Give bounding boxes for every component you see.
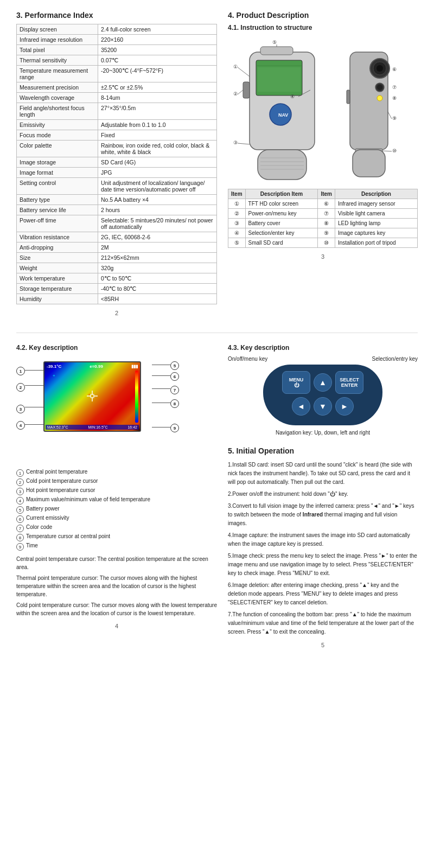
perf-value: -20~300℃ (-4°F~572°F)	[98, 66, 217, 82]
svg-text:⑤: ⑤	[272, 40, 277, 45]
svg-text:⑧: ⑧	[392, 95, 397, 101]
annotation-number: 8	[16, 534, 24, 541]
operation-step: 7.The function of concealing the bottom …	[228, 610, 418, 636]
desc-cell: Selection/enter key	[245, 228, 318, 238]
key-labels: On/off/menu key Selection/entry key	[228, 356, 418, 362]
perf-value: 220×160	[98, 35, 217, 45]
perf-label: Size	[17, 253, 98, 263]
perf-label: Weight	[17, 263, 98, 273]
key-description-43-section: 4.3. Key description On/off/menu key Sel…	[228, 344, 418, 648]
perf-value: 0℃ to 50℃	[98, 273, 217, 284]
svg-line-35	[388, 112, 392, 119]
ann-5: 5	[170, 361, 179, 370]
perf-label: Humidity	[17, 294, 98, 304]
perf-label: Color palette	[17, 141, 98, 157]
perf-value: <85RH	[98, 294, 217, 304]
svg-text:④: ④	[290, 94, 295, 99]
operation-step: 1.Install SD card: insert SD card until …	[228, 461, 418, 487]
annotation-number: 1	[16, 469, 24, 477]
section4-title: 4. Product Description	[228, 11, 418, 20]
cursor-description: Central point temperature cursor: The ce…	[16, 555, 217, 571]
ann-6: 6	[170, 372, 179, 381]
bottom-section: 4.2. Key description -39.1°C e=0.99 ▮▮▮	[16, 344, 418, 648]
menu-key[interactable]: MENU⏻	[282, 371, 310, 394]
perf-label: Display screen	[17, 24, 98, 35]
svg-rect-33	[347, 90, 350, 104]
description-table: Item Description Item Item Description ①…	[228, 189, 418, 248]
selection-label: Selection/entry key	[372, 356, 418, 362]
desc-cell: ⑨	[318, 228, 335, 238]
device-front-diagram: ① ② ③ ④ ⑤	[228, 36, 334, 182]
annotation-item: 5Battery power	[16, 506, 217, 514]
annotation-item: 6Current emissivity	[16, 515, 217, 523]
annotation-number: 3	[16, 488, 24, 495]
operation-step: 3.Convert to full vision image by the in…	[228, 502, 418, 528]
svg-text:NAV: NAV	[278, 112, 288, 118]
annotation-text: Hot point temperature cursor	[26, 487, 95, 495]
cursor-description: Thermal point temperature cursor: The cu…	[16, 574, 217, 598]
annotation-item: 4Maximum value/minimum value of field te…	[16, 496, 217, 505]
perf-value: JPG	[98, 168, 217, 178]
screen-emissivity: e=0.99	[90, 364, 103, 369]
svg-text:③: ③	[233, 140, 238, 145]
performance-index-section: 3. Performance Index Display screen2.4 f…	[16, 11, 217, 316]
on-off-label: On/off/menu key	[228, 356, 267, 362]
perf-value: 212×95×62mm	[98, 253, 217, 263]
perf-value: SD Card (4G)	[98, 157, 217, 168]
desc-cell: ④	[228, 228, 246, 238]
desc-cell: ⑥	[318, 199, 335, 209]
annotation-number: 9	[16, 543, 24, 551]
navigation-label: Navigation key: Up, down, left and right	[228, 430, 418, 436]
annotation-item: 9Time	[16, 542, 217, 551]
annotation-number: 4	[16, 497, 24, 505]
ann-7: 7	[170, 386, 179, 394]
screen-time: 16:42	[127, 425, 137, 429]
desc-cell: Battery cover	[245, 219, 318, 228]
key-diagram-area: On/off/menu key Selection/entry key MENU…	[228, 356, 418, 436]
svg-point-29	[377, 95, 382, 101]
annotation-legend: 1Central point temperature2Cold point te…	[16, 469, 217, 551]
left-key[interactable]: ◄	[292, 397, 310, 416]
page: 3. Performance Index Display screen2.4 f…	[0, 0, 434, 659]
perf-value: 0.07℃	[98, 55, 217, 66]
annotation-text: Battery power	[26, 506, 60, 514]
svg-text:⑦: ⑦	[392, 85, 397, 90]
perf-value: Adjustable from 0.1 to 1.0	[98, 120, 217, 130]
perf-label: Emissivity	[17, 120, 98, 130]
right-key[interactable]: ►	[335, 397, 354, 416]
select-enter-key[interactable]: SELECTENTER	[335, 371, 363, 394]
perf-label: Anti-dropping	[17, 242, 98, 253]
page-num-3: 3	[228, 253, 418, 260]
svg-text:⑨: ⑨	[392, 116, 397, 121]
perf-label: Storage temperature	[17, 284, 98, 294]
desc-cell: Installation port of tripod	[335, 238, 417, 248]
perf-label: Field angle/shortest focus length	[17, 103, 98, 120]
perf-label: Battery type	[17, 195, 98, 205]
perf-label: Wavelength coverage	[17, 93, 98, 103]
device-side-diagram: ⑥ ⑦ ⑧ ⑨ ⑩	[339, 36, 410, 182]
desc-cell: Small SD card	[245, 238, 318, 248]
desc-cell: TFT HD color screen	[245, 199, 318, 209]
section43-title: 4.3. Key description	[228, 344, 418, 352]
perf-label: Total pixel	[17, 45, 98, 55]
annotation-text: Central point temperature	[26, 469, 87, 477]
desc-cell: ⑤	[228, 238, 246, 248]
perf-value: Fixed	[98, 130, 217, 141]
svg-rect-4	[243, 82, 250, 98]
screen-bottom-bar: MAX:52.3°C MIN:16.5°C 16:42	[46, 425, 139, 430]
hot-cursor: +	[88, 392, 91, 397]
annotation-item: 2Cold point temperature cursor	[16, 478, 217, 486]
ann-4: 4	[16, 421, 25, 430]
up-key[interactable]: ▲	[314, 373, 332, 392]
initial-operation-section: 5. Initial Operation 1.Install SD card: …	[228, 446, 418, 636]
product-description-section: 4. Product Description 4.1. Instruction …	[228, 11, 418, 316]
annotation-text: Color code	[26, 524, 52, 532]
cursor-descriptions: Central point temperature cursor: The ce…	[16, 555, 217, 617]
section42-title: 4.2. Key description	[16, 344, 217, 352]
perf-label: Thermal sensitivity	[17, 55, 98, 66]
annotation-text: Current emissivity	[26, 515, 69, 523]
color-bar	[135, 371, 138, 423]
down-key[interactable]: ▼	[314, 397, 332, 416]
desc-cell: Image captures key	[335, 228, 417, 238]
annotation-text: Time	[26, 542, 38, 551]
